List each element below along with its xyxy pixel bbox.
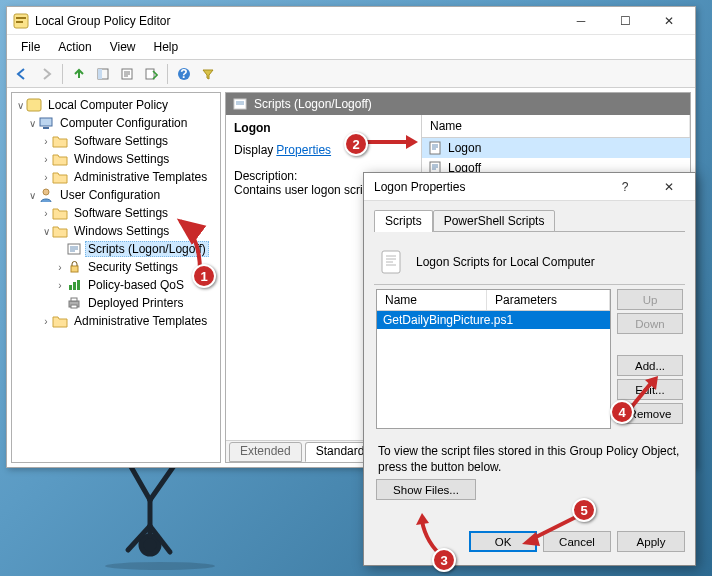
policy-root-icon	[26, 97, 42, 113]
twisty-icon[interactable]: ∨	[26, 190, 38, 201]
dialog-heading: Logon Scripts for Local Computer	[416, 255, 595, 269]
twisty-icon[interactable]: ›	[40, 208, 52, 219]
svg-rect-6	[98, 69, 102, 79]
properties-link[interactable]: Properties	[276, 143, 331, 157]
tree-cc-sw[interactable]: Software Settings	[71, 133, 171, 149]
logon-properties-dialog: Logon Properties ? ✕ Scripts PowerShell …	[363, 172, 696, 566]
export-list-button[interactable]	[140, 63, 162, 85]
script-row[interactable]: GetDailyBingPicture.ps1	[377, 311, 610, 329]
svg-rect-12	[40, 118, 52, 126]
console-tree[interactable]: ∨Local Computer Policy ∨Computer Configu…	[11, 92, 221, 463]
down-button[interactable]: Down	[617, 313, 683, 334]
lv-col-params[interactable]: Parameters	[487, 290, 610, 310]
menu-help[interactable]: Help	[146, 37, 187, 57]
twisty-icon[interactable]: ∨	[26, 118, 38, 129]
svg-rect-22	[71, 305, 77, 308]
svg-rect-16	[71, 266, 78, 272]
minimize-button[interactable]: ─	[559, 10, 603, 32]
tree-uc[interactable]: User Configuration	[57, 187, 163, 203]
menu-file[interactable]: File	[13, 37, 48, 57]
twisty-icon[interactable]: ›	[40, 172, 52, 183]
forward-button[interactable]	[35, 63, 57, 85]
gpedit-titlebar[interactable]: Local Group Policy Editor ─ ☐ ✕	[7, 7, 695, 35]
tree-uc-at[interactable]: Administrative Templates	[71, 313, 210, 329]
twisty-icon[interactable]: ›	[40, 154, 52, 165]
toolbar: ?	[7, 60, 695, 88]
add-button[interactable]: Add...	[617, 355, 683, 376]
folder-icon	[52, 151, 68, 167]
callout-4: 4	[610, 400, 634, 424]
svg-point-14	[43, 189, 49, 195]
twisty-icon[interactable]: ›	[40, 136, 52, 147]
tree-uc-ws[interactable]: Windows Settings	[71, 223, 172, 239]
menu-action[interactable]: Action	[50, 37, 99, 57]
tree-security[interactable]: Security Settings	[85, 259, 181, 275]
col-name[interactable]: Name	[422, 115, 690, 137]
svg-rect-8	[146, 69, 154, 79]
tree-cc[interactable]: Computer Configuration	[57, 115, 190, 131]
details-header-title: Scripts (Logon/Logoff)	[254, 97, 372, 111]
svg-rect-3	[16, 17, 26, 19]
folder-icon	[52, 205, 68, 221]
svg-rect-13	[43, 127, 49, 129]
tab-powershell-scripts[interactable]: PowerShell Scripts	[433, 210, 556, 232]
apply-button[interactable]: Apply	[617, 531, 685, 552]
dialog-title: Logon Properties	[370, 180, 603, 194]
svg-rect-17	[69, 285, 72, 290]
dialog-help-button[interactable]: ?	[603, 176, 647, 198]
folder-icon	[52, 313, 68, 329]
twisty-icon[interactable]: ›	[54, 262, 66, 273]
window-title: Local Group Policy Editor	[35, 14, 559, 28]
svg-rect-18	[73, 282, 76, 290]
tree-cc-ws[interactable]: Windows Settings	[71, 151, 172, 167]
dialog-titlebar[interactable]: Logon Properties ? ✕	[364, 173, 695, 201]
twisty-icon[interactable]: ∨	[40, 226, 52, 237]
menubar: File Action View Help	[7, 35, 695, 60]
tree-printers[interactable]: Deployed Printers	[85, 295, 186, 311]
tree-uc-sw[interactable]: Software Settings	[71, 205, 171, 221]
qos-icon	[66, 277, 82, 293]
scripts-icon	[232, 97, 248, 111]
callout-3: 3	[432, 548, 456, 572]
dialog-hint-text: To view the script files stored in this …	[378, 443, 681, 475]
detail-item-logon[interactable]: Logon	[422, 138, 690, 158]
show-hide-tree-button[interactable]	[92, 63, 114, 85]
svg-rect-4	[16, 21, 23, 23]
document-scroll-icon	[378, 248, 406, 276]
dialog-close-button[interactable]: ✕	[647, 176, 691, 198]
tree-cc-at[interactable]: Administrative Templates	[71, 169, 210, 185]
back-button[interactable]	[11, 63, 33, 85]
twisty-icon[interactable]: ›	[40, 316, 52, 327]
svg-point-1	[105, 562, 215, 570]
show-files-button[interactable]: Show Files...	[376, 479, 476, 500]
tab-scripts[interactable]: Scripts	[374, 210, 433, 232]
annotation-arrow	[362, 128, 422, 158]
tree-qos[interactable]: Policy-based QoS	[85, 277, 187, 293]
folder-icon	[52, 169, 68, 185]
twisty-icon[interactable]: ∨	[14, 100, 26, 111]
script-file-icon	[428, 141, 442, 155]
properties-toolbar-button[interactable]	[116, 63, 138, 85]
gpedit-icon	[13, 13, 29, 29]
maximize-button[interactable]: ☐	[603, 10, 647, 32]
up-button[interactable]: Up	[617, 289, 683, 310]
tab-extended[interactable]: Extended	[229, 442, 302, 462]
menu-view[interactable]: View	[102, 37, 144, 57]
tree-root[interactable]: Local Computer Policy	[45, 97, 171, 113]
detail-display-label: Display	[234, 143, 273, 157]
lv-col-name[interactable]: Name	[377, 290, 487, 310]
svg-rect-19	[77, 280, 80, 290]
close-button[interactable]: ✕	[647, 10, 691, 32]
twisty-icon[interactable]: ›	[54, 280, 66, 291]
svg-rect-11	[27, 99, 41, 111]
svg-text:?: ?	[180, 67, 187, 81]
security-icon	[66, 259, 82, 275]
computer-icon	[38, 115, 54, 131]
user-icon	[38, 187, 54, 203]
printer-icon	[66, 295, 82, 311]
up-button[interactable]	[68, 63, 90, 85]
help-button[interactable]: ?	[173, 63, 195, 85]
scripts-listview[interactable]: Name Parameters GetDailyBingPicture.ps1	[376, 289, 611, 429]
filter-button[interactable]	[197, 63, 219, 85]
folder-icon	[52, 133, 68, 149]
